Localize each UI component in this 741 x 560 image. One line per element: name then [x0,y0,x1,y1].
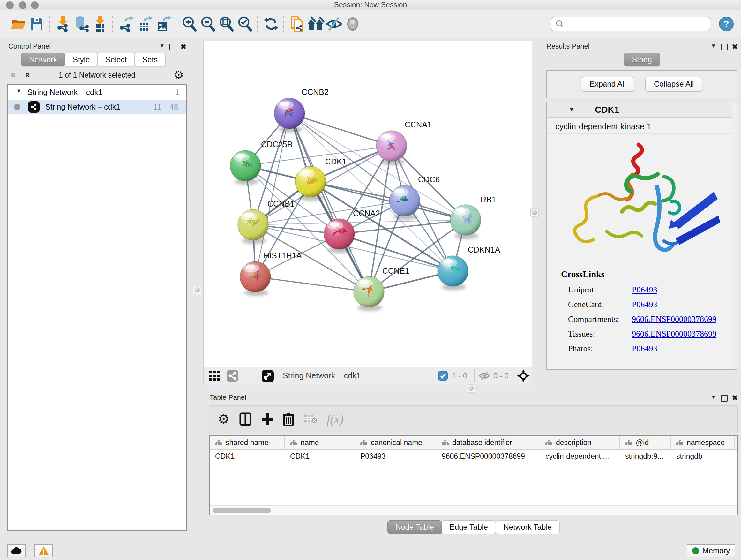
show-columns-icon[interactable] [239,413,252,426]
network-edge[interactable] [255,277,369,292]
zoom-in-icon[interactable] [180,14,199,34]
zoom-selected-icon[interactable] [235,14,254,34]
export-image-icon[interactable] [154,14,172,34]
protein-entry-header[interactable]: ▼ CDK1 [547,102,737,118]
houses-icon[interactable] [307,14,325,34]
table-horizontal-scrollbar[interactable] [210,505,737,515]
clear-table-icon[interactable] [304,414,317,425]
toolbar-search-field[interactable] [551,17,711,31]
tab-network[interactable]: Network [21,53,65,66]
network-collection-row[interactable]: ▼ String Network – cdk1 1 [8,85,186,100]
help-icon[interactable]: ? [719,16,734,32]
panel-collapse-icon[interactable]: ▼ [159,43,165,49]
panel-close-icon[interactable]: ✖ [732,43,738,51]
expand-all-button[interactable]: Expand All [581,77,634,91]
tab-string[interactable]: String [624,53,660,66]
hidden-eye-icon[interactable] [479,371,490,380]
export-network-icon[interactable] [117,14,135,34]
table-cell[interactable]: P06493 [355,449,436,464]
crosslink-link[interactable]: 9606.ENSP00000378699 [632,312,717,327]
network-node-RB1[interactable]: RB1 [450,195,496,239]
expander-triangle-icon[interactable]: ▼ [569,106,575,113]
panel-float-icon[interactable] [721,395,728,401]
zoom-out-icon[interactable] [199,14,217,34]
table-cell[interactable]: cyclin-dependent ... [540,449,620,464]
add-column-icon[interactable] [261,413,273,426]
warning-button[interactable] [35,544,53,557]
column-header-@id[interactable]: @id [620,436,671,449]
share-view-icon[interactable] [226,370,238,381]
import-database-icon[interactable] [72,14,91,34]
network-node-CDC6[interactable]: CDC6 [389,175,440,220]
network-node-CCNB1[interactable]: CCNB1 [238,199,294,244]
tab-edge-table[interactable]: Edge Table [442,520,496,534]
function-builder-icon[interactable]: f(x) [327,412,344,426]
network-row-selected[interactable]: String Network – cdk1 11 48 [8,100,186,114]
panel-collapse-icon[interactable]: ▼ [711,394,716,400]
open-folder-icon[interactable] [9,14,27,34]
table-cell[interactable]: 9606.ENSP00000378699 [436,449,540,464]
network-edge[interactable] [289,113,392,146]
eye-disabled-icon[interactable] [343,14,362,34]
network-edge[interactable] [311,182,466,220]
column-header-shared-name[interactable]: shared name [210,436,285,449]
zoom-fit-icon[interactable] [217,14,235,34]
column-header-canonical-name[interactable]: canonical name [355,436,436,449]
results-scrollbar[interactable] [732,102,737,369]
panel-float-icon[interactable] [170,44,176,51]
network-node-CDC25B[interactable]: CDC25B [230,140,293,185]
scrollbar-thumb[interactable] [213,508,271,513]
table-row[interactable]: CDK1CDK1P064939606.ENSP00000378699cyclin… [210,449,737,464]
network-node-CDK1[interactable]: CDK1 [295,157,347,201]
expander-triangle-icon[interactable]: ▼ [16,88,22,95]
panel-close-icon[interactable]: ✖ [732,394,738,402]
network-canvas[interactable]: CCNB2CCNA1CDC25BCDK1CDC6RB1CCNB1CCNA2CDK… [204,41,532,367]
cloud-button[interactable] [7,544,25,557]
right-splitter-handle[interactable] [530,208,539,217]
network-node-CDKN1A[interactable]: CDKN1A [437,245,500,290]
gear-icon[interactable]: ⚙ [218,413,230,426]
panel-close-icon[interactable]: ✖ [181,43,186,51]
table-cell[interactable]: CDK1 [285,449,355,464]
network-edge[interactable] [289,113,369,292]
panel-float-icon[interactable] [721,44,728,51]
eye-strikethrough-icon[interactable] [325,14,343,34]
refresh-icon[interactable] [262,14,280,34]
network-node-HIST1H1A[interactable]: HIST1H1A [240,251,302,296]
crosslink-link[interactable]: P06493 [632,283,657,297]
tab-node-table[interactable]: Node Table [387,520,442,534]
tab-select[interactable]: Select [97,53,135,66]
documents-share-icon[interactable] [288,14,307,34]
bottom-splitter-handle[interactable] [467,384,475,393]
left-splitter-handle[interactable] [193,286,201,294]
table-cell[interactable]: stringdb [671,449,735,464]
table-cell[interactable]: CDK1 [210,449,285,464]
network-edge[interactable] [339,234,453,271]
delete-column-icon[interactable] [283,412,294,426]
tab-network-table[interactable]: Network Table [495,520,560,534]
column-header-description[interactable]: description [540,436,620,449]
open-in-window-icon[interactable] [262,370,274,382]
column-header-name[interactable]: name [285,436,355,449]
export-table-icon[interactable] [135,14,154,34]
table-cell[interactable]: stringdb:9... [620,449,671,464]
import-network-icon[interactable] [54,14,72,34]
gear-icon[interactable]: ⚙ [174,68,184,82]
panel-collapse-icon[interactable]: ▼ [711,43,716,49]
network-node-CCNB2[interactable]: CCNB2 [274,87,329,132]
crosshair-target-icon[interactable] [517,369,530,382]
grid-view-icon[interactable] [209,370,220,381]
memory-button[interactable]: Memory [687,544,735,557]
search-input[interactable] [564,19,699,29]
tab-sets[interactable]: Sets [134,53,165,66]
crosslink-link[interactable]: P06493 [632,341,657,356]
import-table-icon[interactable] [91,14,109,34]
column-header-namespace[interactable]: namespace [671,436,735,449]
tab-style[interactable]: Style [65,53,98,66]
collapse-all-button[interactable]: Collapse All [645,77,702,91]
column-header-database-identifier[interactable]: database identifier [436,436,540,449]
save-floppy-icon[interactable] [27,14,46,34]
crosslink-link[interactable]: 9606.ENSP00000378699 [632,327,717,341]
network-edge[interactable] [289,113,466,220]
network-node-CCNE1[interactable]: CCNE1 [354,266,409,311]
